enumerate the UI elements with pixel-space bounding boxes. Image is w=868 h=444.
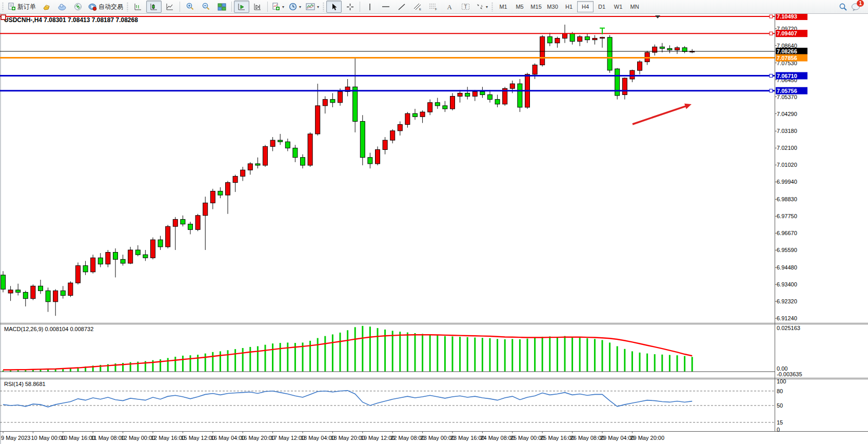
rsi-scale-label: 80 xyxy=(777,388,783,394)
timeframe-button-mn[interactable]: MN xyxy=(626,1,643,12)
text-label-button[interactable]: T xyxy=(458,1,473,13)
candle-bear xyxy=(98,258,103,264)
indicators-icon xyxy=(272,3,280,11)
price-tick-label: 7.02100 xyxy=(777,145,797,151)
trendline-button[interactable] xyxy=(394,1,409,13)
time-tick-label: 29 May 04:00 xyxy=(600,435,635,441)
periods-button[interactable]: ▾ xyxy=(287,1,303,13)
candle-bear xyxy=(143,255,148,258)
price-level-label: 7.09407 xyxy=(777,30,797,36)
candle-bear xyxy=(368,158,372,164)
candle-bear xyxy=(113,253,118,260)
chart-svg[interactable]: 10080501507.097207.086407.075307.064507.… xyxy=(0,14,868,444)
candle-bear xyxy=(615,69,620,95)
one-click-trading-button[interactable] xyxy=(1,15,6,20)
candle-bear xyxy=(435,103,440,106)
fibonacci-icon: F xyxy=(429,3,438,11)
price-tick-label: 7.01020 xyxy=(777,162,797,168)
candle-bear xyxy=(667,48,672,50)
candle-bear xyxy=(443,106,447,109)
timeframe-button-h4[interactable]: H4 xyxy=(577,1,594,12)
toolbar-grip[interactable] xyxy=(2,2,4,11)
bar-chart-button[interactable] xyxy=(130,1,146,13)
search-button[interactable] xyxy=(835,1,851,13)
indicators-button[interactable]: ▾ xyxy=(270,1,286,13)
price-tick-label: 6.96670 xyxy=(777,230,797,236)
chevron-down-icon: ▾ xyxy=(486,5,488,9)
signals-button[interactable] xyxy=(70,1,86,13)
candle-bull xyxy=(338,91,343,102)
level-anchor[interactable] xyxy=(770,15,773,18)
candle-bear xyxy=(360,121,365,157)
price-level-label: 7.10493 xyxy=(777,14,797,20)
price-level-label: 7.06710 xyxy=(777,73,797,79)
candle-bull xyxy=(398,125,402,131)
arrows-button[interactable]: ▾ xyxy=(474,1,490,13)
price-tick-label: 6.93400 xyxy=(777,281,797,287)
level-anchor[interactable] xyxy=(770,32,773,35)
candle-bear xyxy=(121,259,125,263)
channel-button[interactable]: E xyxy=(410,1,425,13)
candle-bear xyxy=(188,224,193,230)
level-anchor[interactable] xyxy=(770,74,773,78)
price-tick-label: 7.08640 xyxy=(777,43,797,49)
price-tick-label: 6.94480 xyxy=(777,264,797,271)
tile-windows-button[interactable] xyxy=(214,1,229,13)
toolbar-grip[interactable] xyxy=(323,2,325,11)
time-tick-label: 15 May 12:00 xyxy=(181,435,215,441)
candle-bull xyxy=(106,253,110,264)
new-order-label: 新订单 xyxy=(17,3,36,11)
toolbar-grip[interactable] xyxy=(491,2,494,11)
chart-shift-icon xyxy=(253,3,262,11)
zoom-in-button[interactable] xyxy=(182,1,198,13)
timeframe-button-d1[interactable]: D1 xyxy=(594,1,610,12)
autotrade-button[interactable]: 自动交易 xyxy=(86,1,125,13)
price-tick-label: 6.97750 xyxy=(777,213,797,219)
candle-bull xyxy=(203,203,208,215)
horizontal-line-button[interactable] xyxy=(378,1,393,13)
time-tick-label: 10 May 00:00 xyxy=(31,435,65,441)
candle-bear xyxy=(255,164,260,165)
vertical-line-button[interactable] xyxy=(362,1,378,13)
toolbar-grip[interactable] xyxy=(127,2,129,11)
crosshair-button[interactable] xyxy=(342,1,358,13)
candle-bull xyxy=(173,219,177,226)
profile-button[interactable] xyxy=(38,1,54,13)
candle-bull xyxy=(600,37,605,38)
candle-bear xyxy=(607,37,612,70)
candle-bull xyxy=(428,103,432,112)
candle-bear xyxy=(218,191,223,195)
candle-bull xyxy=(241,170,245,176)
timeframe-button-m5[interactable]: M5 xyxy=(511,1,528,12)
candle-bull xyxy=(31,286,35,298)
candle-bull xyxy=(270,140,275,146)
price-tick-label: 6.99940 xyxy=(777,179,797,185)
text-button[interactable]: A xyxy=(442,1,457,13)
fibonacci-button[interactable]: F xyxy=(426,1,441,13)
candle-bear xyxy=(301,158,305,165)
candle-bull xyxy=(563,33,567,38)
cursor-button[interactable] xyxy=(326,1,342,13)
autotrade-label: 自动交易 xyxy=(98,3,123,11)
candle-bull xyxy=(233,176,238,182)
line-chart-button[interactable] xyxy=(162,1,177,13)
zoom-out-button[interactable] xyxy=(198,1,213,13)
templates-button[interactable]: ▾ xyxy=(304,1,321,13)
candle-bull xyxy=(622,78,627,94)
timeframe-button-m30[interactable]: M30 xyxy=(544,1,561,12)
timeframe-button-w1[interactable]: W1 xyxy=(610,1,626,12)
candlestick-button[interactable] xyxy=(146,1,162,13)
chart-title: USDCNH-,H4 7.08301 7.08413 7.08187 7.082… xyxy=(4,16,138,24)
timeframe-button-h1[interactable]: H1 xyxy=(561,1,577,12)
timeframe-button-m1[interactable]: M1 xyxy=(495,1,511,12)
crosshair-icon xyxy=(346,3,354,11)
chat-button[interactable]: 1 xyxy=(851,3,861,11)
candle-bear xyxy=(61,291,65,295)
market-button[interactable] xyxy=(54,1,70,13)
svg-text:T: T xyxy=(464,4,467,10)
new-order-button[interactable]: 新订单 xyxy=(6,1,38,13)
auto-scroll-button[interactable] xyxy=(234,1,249,13)
chart-shift-button[interactable] xyxy=(250,1,265,13)
timeframe-button-m15[interactable]: M15 xyxy=(528,1,544,12)
level-anchor[interactable] xyxy=(770,89,773,92)
